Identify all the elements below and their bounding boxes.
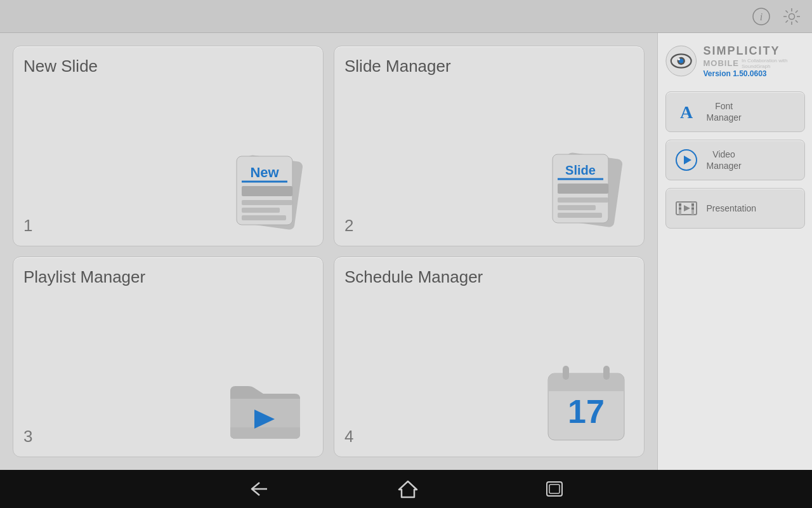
font-manager-label: Font Manager (707, 100, 742, 123)
slide-manager-number: 2 (344, 216, 353, 236)
font-manager-button[interactable]: A Font Manager (665, 91, 805, 132)
schedule-manager-icon: 17 (539, 354, 634, 446)
svg-text:Slide: Slide (565, 163, 596, 177)
svg-text:New: New (250, 164, 279, 180)
info-button[interactable]: i (751, 6, 771, 27)
slide-manager-tile[interactable]: Slide Manager 2 Slide (334, 46, 645, 246)
playlist-manager-title: Playlist Manager (23, 267, 313, 287)
presentation-label: Presentation (707, 203, 757, 214)
svg-marker-50 (399, 481, 417, 497)
settings-button[interactable] (782, 6, 802, 27)
svg-rect-48 (691, 208, 694, 210)
svg-rect-23 (558, 184, 608, 194)
svg-point-38 (678, 58, 680, 61)
new-slide-icon: New (224, 147, 313, 236)
grid-area: New Slide 1 New (0, 33, 657, 470)
slide-manager-title: Slide Manager (344, 57, 634, 76)
svg-line-10 (786, 20, 789, 23)
playlist-manager-tile[interactable]: Playlist Manager 3 (13, 257, 324, 457)
svg-rect-18 (242, 215, 286, 220)
svg-rect-46 (679, 208, 681, 210)
playlist-manager-icon (218, 364, 313, 446)
schedule-manager-tile[interactable]: Schedule Manager 4 17 (334, 257, 645, 457)
new-slide-number: 1 (23, 216, 32, 236)
svg-rect-32 (603, 366, 610, 380)
playlist-manager-bottom: 3 (23, 364, 313, 446)
svg-line-8 (796, 20, 798, 23)
svg-rect-31 (563, 366, 569, 380)
new-slide-tile[interactable]: New Slide 1 New (13, 46, 324, 246)
slide-manager-bottom: 2 Slide (344, 147, 634, 236)
brand-version-text: Version 1.50.0603 (703, 69, 766, 78)
brand-area: SIMPLICITY MOBILE In Collaboration with … (665, 43, 804, 79)
svg-rect-45 (679, 204, 681, 206)
bottom-bar (0, 470, 812, 508)
playlist-manager-number: 3 (23, 427, 32, 446)
svg-text:17: 17 (568, 393, 605, 430)
svg-point-2 (789, 13, 795, 19)
svg-rect-15 (242, 186, 292, 196)
svg-rect-26 (558, 213, 602, 218)
sidebar: SIMPLICITY MOBILE In Collaboration with … (657, 33, 812, 470)
back-button[interactable] (248, 480, 271, 498)
brand-simplicity-text: SIMPLICITY (703, 44, 780, 58)
video-manager-button[interactable]: Video Manager (665, 140, 805, 180)
top-bar: i (0, 0, 812, 33)
svg-rect-52 (549, 485, 560, 493)
svg-line-7 (786, 10, 789, 13)
svg-rect-16 (242, 200, 292, 205)
svg-marker-49 (684, 205, 690, 211)
svg-rect-17 (242, 208, 280, 213)
home-button[interactable] (398, 479, 418, 498)
video-manager-label: Video Manager (707, 149, 742, 171)
recents-button[interactable] (545, 480, 564, 498)
brand-collab-text: In Collaboration with SoundGraph (742, 58, 804, 69)
svg-text:A: A (679, 102, 693, 122)
font-manager-icon: A (675, 100, 698, 123)
schedule-manager-number: 4 (344, 427, 353, 446)
svg-rect-25 (558, 205, 596, 210)
eye-logo-icon (665, 43, 697, 79)
svg-marker-41 (684, 156, 691, 164)
brand-mobile-text: MOBILE (703, 58, 739, 68)
svg-rect-30 (548, 382, 624, 391)
schedule-manager-bottom: 4 17 (344, 354, 634, 446)
svg-rect-47 (691, 204, 694, 206)
svg-rect-24 (558, 197, 608, 203)
brand-text-area: SIMPLICITY MOBILE In Collaboration with … (703, 44, 804, 78)
video-manager-icon (675, 149, 698, 171)
presentation-button[interactable]: Presentation (665, 188, 805, 229)
slide-manager-icon: Slide (539, 147, 634, 236)
svg-line-9 (796, 10, 798, 13)
main-area: New Slide 1 New (0, 33, 812, 470)
new-slide-title: New Slide (23, 57, 313, 76)
schedule-manager-title: Schedule Manager (344, 267, 634, 287)
new-slide-bottom: 1 New (23, 147, 313, 236)
brand-logo: SIMPLICITY MOBILE In Collaboration with … (665, 43, 804, 79)
presentation-icon (675, 197, 698, 220)
svg-text:i: i (760, 11, 763, 22)
